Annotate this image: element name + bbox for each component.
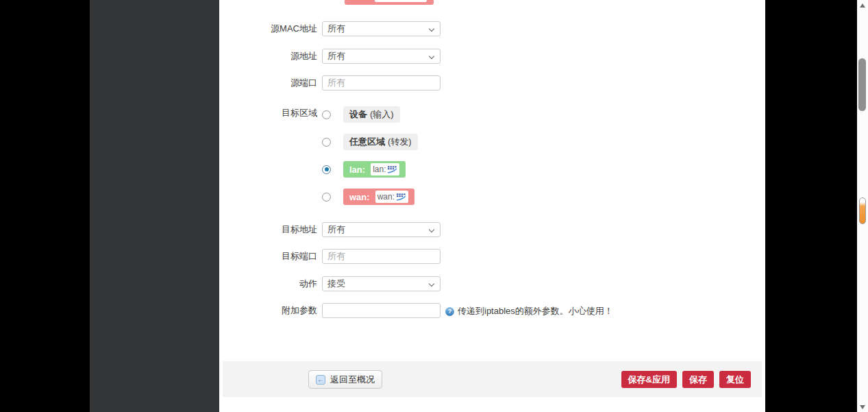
- dest-zone-option-lan[interactable]: lan: lan:: [322, 161, 406, 178]
- save-apply-button[interactable]: 保存&应用: [621, 371, 677, 388]
- src-addr-label: 源地址: [219, 49, 317, 64]
- dest-zone-option-device[interactable]: 设备 (输入): [322, 106, 400, 123]
- ethernet-icon: [396, 193, 406, 201]
- dest-zone-label: 目标区域: [219, 105, 317, 121]
- dest-port-input[interactable]: 所有: [322, 249, 441, 264]
- zone-any-name: 任意区域: [349, 136, 385, 148]
- zone-lan-name: lan:: [349, 165, 365, 175]
- form-content-panel: 源MAC地址 所有 源地址 所有 源端口 所有 目标区域: [219, 0, 765, 412]
- src-port-placeholder: 所有: [327, 77, 345, 88]
- dest-addr-label: 目标地址: [219, 222, 317, 237]
- scroll-up-arrow-icon[interactable]: [860, 3, 865, 8]
- src-mac-label: 源MAC地址: [219, 21, 317, 36]
- src-addr-selected-value: 所有: [327, 51, 345, 61]
- help-icon: ?: [445, 307, 454, 316]
- extra-args-help: ? 传递到iptables的额外参数。小心使用！: [445, 305, 613, 317]
- extra-args-label: 附加参数: [219, 303, 317, 318]
- src-mac-select[interactable]: 所有: [322, 21, 441, 36]
- footer-action-buttons: 保存&应用 保存 复位: [621, 371, 751, 388]
- radio-lan-selected[interactable]: [322, 165, 331, 174]
- lan-interface-label: lan:: [373, 165, 386, 174]
- dest-addr-select[interactable]: 所有: [322, 222, 441, 237]
- zone-badge-any[interactable]: 任意区域 (转发): [343, 134, 418, 150]
- action-label: 动作: [219, 276, 317, 291]
- src-port-label: 源端口: [219, 75, 317, 90]
- vertical-scrollbar[interactable]: [857, 0, 868, 412]
- interface-box: [375, 0, 427, 2]
- zone-device-suffix: (输入): [370, 108, 394, 121]
- chevron-down-icon: [429, 281, 434, 287]
- ethernet-icon: [387, 166, 397, 173]
- form-footer: ← 返回至概况 保存&应用 保存 复位: [223, 361, 762, 397]
- reset-button[interactable]: 复位: [719, 371, 751, 388]
- chevron-down-icon: [429, 26, 434, 32]
- zone-badge-lan[interactable]: lan: lan:: [343, 161, 406, 178]
- scroll-down-arrow-icon[interactable]: [860, 405, 865, 409]
- interface-box-lan: lan:: [371, 163, 399, 175]
- back-arrow-icon: ←: [316, 375, 325, 385]
- zone-wan-name: wan:: [349, 192, 370, 202]
- wan-interface-label: wan:: [377, 192, 395, 202]
- src-port-input[interactable]: 所有: [322, 75, 441, 90]
- extra-args-input[interactable]: [322, 303, 441, 318]
- src-mac-selected-value: 所有: [327, 23, 345, 34]
- action-select[interactable]: 接受: [322, 276, 441, 291]
- dest-port-placeholder: 所有: [327, 251, 345, 261]
- scrollbar-orange-indicator[interactable]: [859, 197, 866, 224]
- zone-any-suffix: (转发): [388, 136, 412, 148]
- dest-zone-option-wan[interactable]: wan: wan:: [322, 189, 414, 205]
- extra-args-help-text: 传递到iptables的额外参数。小心使用！: [458, 305, 613, 317]
- interface-box-wan: wan:: [375, 191, 408, 203]
- navigation-sidebar: [90, 0, 219, 412]
- back-to-overview-button[interactable]: ← 返回至概况: [308, 370, 382, 389]
- dest-port-label: 目标端口: [219, 249, 317, 264]
- dest-addr-selected-value: 所有: [327, 224, 345, 234]
- zone-badge-device[interactable]: 设备 (输入): [343, 106, 400, 123]
- back-button-label: 返回至概况: [330, 374, 375, 386]
- save-button[interactable]: 保存: [682, 371, 714, 388]
- zone-device-name: 设备: [349, 108, 367, 121]
- chevron-down-icon: [429, 53, 434, 59]
- desktop-background: 源MAC地址 所有 源地址 所有 源端口 所有 目标区域: [0, 0, 868, 412]
- truncated-zone-badge[interactable]: [345, 0, 434, 5]
- dest-zone-option-any[interactable]: 任意区域 (转发): [322, 134, 418, 150]
- radio-device[interactable]: [322, 110, 331, 119]
- radio-wan[interactable]: [322, 193, 331, 202]
- radio-any[interactable]: [322, 138, 331, 147]
- chevron-down-icon: [429, 227, 434, 232]
- zone-badge-wan[interactable]: wan: wan:: [343, 189, 414, 205]
- action-selected-value: 接受: [327, 278, 345, 289]
- scrollbar-thumb[interactable]: [858, 58, 866, 111]
- src-addr-select[interactable]: 所有: [322, 49, 441, 64]
